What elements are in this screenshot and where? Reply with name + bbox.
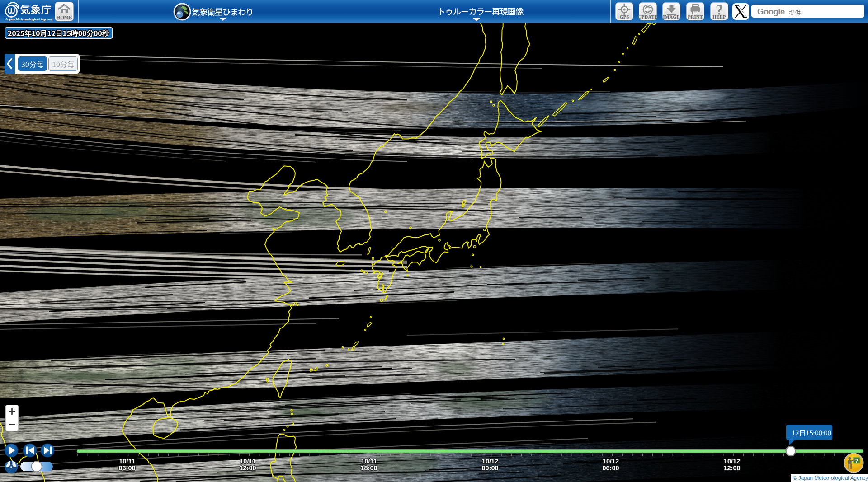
svg-text:?: ? — [855, 458, 859, 463]
